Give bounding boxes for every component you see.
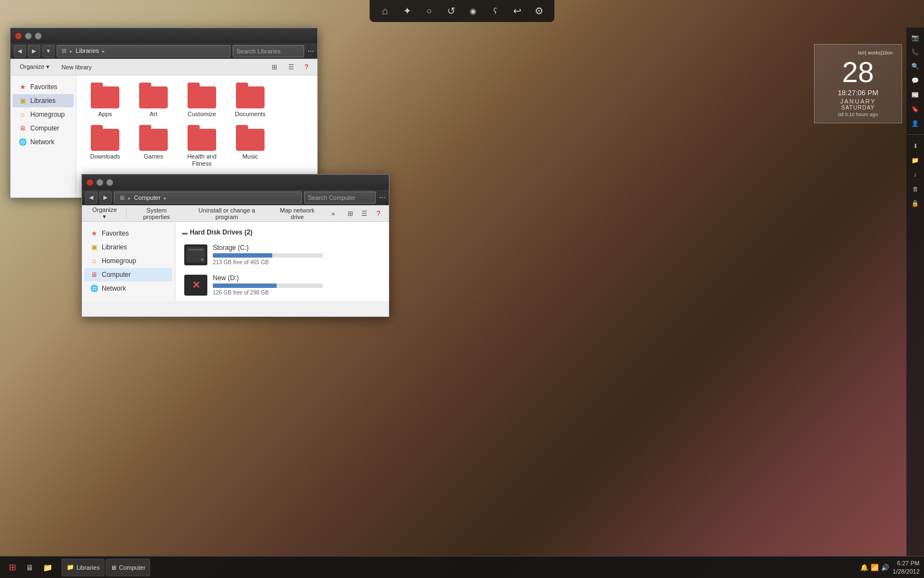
taskbar-show-desktop-btn[interactable]: 🖥 (22, 560, 37, 575)
libraries-up-btn[interactable]: ▼ (42, 45, 54, 57)
dock-script-icon[interactable]: ↩ (508, 2, 526, 20)
sidebar-folder-icon[interactable]: 📁 (910, 155, 921, 166)
drive-d-bar (213, 283, 323, 288)
computer-forward-btn[interactable]: ▶ (100, 192, 112, 204)
comp-libraries-icon: ▣ (90, 243, 98, 252)
libraries-min-btn[interactable] (25, 32, 32, 40)
dock-refresh-icon[interactable]: ↺ (442, 2, 460, 20)
computer-max-btn[interactable] (106, 179, 113, 186)
taskbar-left: ⊞ 🖥 📁 (0, 560, 59, 575)
folder-item[interactable]: Health and Fitness (180, 124, 224, 170)
dock-opera-icon[interactable]: ○ (420, 2, 438, 20)
computer-close-btn[interactable] (86, 179, 94, 186)
taskbar-time: 6:27 PM (893, 559, 920, 567)
drive-d-item[interactable]: ✕ New (D:) 126 GB free of 298 GB (182, 271, 382, 299)
folder-icon (91, 84, 119, 108)
clock-day: SATURDAY (823, 105, 893, 111)
taskbar-app-computer[interactable]: 🖥 Computer (106, 559, 150, 576)
sidebar-user-icon[interactable]: 👤 (910, 118, 921, 129)
comp-favorites-icon: ★ (90, 229, 98, 238)
computer-more-btn[interactable]: » (327, 209, 340, 219)
computer-help-btn[interactable]: ? (372, 207, 384, 220)
taskbar-notify-icon[interactable]: 🔔 (860, 564, 868, 571)
libraries-help-btn[interactable]: ? (300, 61, 313, 74)
libraries-path[interactable]: ⊞ ▸ Libraries ▸ (57, 45, 230, 57)
dock-home-icon[interactable]: ⌂ (376, 2, 394, 20)
nav-favorites[interactable]: ★ Favorites (13, 80, 74, 94)
nav-computer[interactable]: 🖥 Computer (13, 122, 74, 135)
taskbar-app-libraries[interactable]: 📁 Libraries (62, 559, 105, 576)
folder-shape (188, 86, 216, 108)
libraries-new-library-btn[interactable]: New library (57, 62, 97, 72)
hard-drives-title: Hard Disk Drives (2) (190, 228, 252, 236)
sidebar-camera-icon[interactable]: 📷 (910, 32, 921, 43)
libraries-view-list-btn[interactable]: ☰ (284, 61, 298, 74)
computer-options-btn[interactable]: ⋯ (379, 194, 386, 201)
folder-item[interactable]: Customize (180, 82, 224, 120)
libraries-max-btn[interactable] (35, 32, 42, 40)
libraries-navbar: ◀ ▶ ▼ ⊞ ▸ Libraries ▸ Search Libraries ⋯ (10, 43, 317, 59)
libraries-forward-btn[interactable]: ▶ (28, 45, 40, 57)
folder-icon (139, 84, 168, 108)
dock-aurora-icon[interactable]: ✦ (398, 2, 416, 20)
comp-nav-homegroup[interactable]: ⌂ Homegroup (84, 254, 173, 268)
computer-search-box[interactable]: Search Computer (304, 192, 376, 204)
folder-item[interactable]: Downloads (83, 124, 127, 170)
taskbar-app-lib-label: Libraries (76, 564, 100, 571)
sidebar-phone-icon[interactable]: 📞 (910, 46, 921, 57)
sidebar-music-icon[interactable]: ♪ (910, 169, 921, 180)
folder-label: Games (144, 153, 163, 160)
libraries-close-btn[interactable] (15, 32, 22, 40)
computer-min-btn[interactable] (96, 179, 103, 186)
taskbar-volume-icon[interactable]: 🔊 (881, 564, 889, 571)
libraries-view-grid-btn[interactable]: ⊞ (268, 61, 281, 74)
dock-firefox-icon[interactable]: ◉ (464, 2, 482, 20)
folder-item[interactable]: Music (228, 124, 272, 170)
folder-shape (188, 129, 216, 151)
taskbar-folder-btn[interactable]: 📁 (40, 560, 55, 575)
computer-titlebar (82, 175, 389, 190)
comp-nav-network[interactable]: 🌐 Network (84, 282, 173, 295)
computer-path[interactable]: 🖥 ▸ Computer ▸ (114, 192, 302, 204)
folder-item[interactable]: Documents (228, 82, 272, 120)
libraries-options-btn[interactable]: ⋯ (307, 47, 314, 55)
sidebar-chat-icon[interactable]: 💬 (910, 75, 921, 86)
libraries-back-btn[interactable]: ◀ (14, 45, 26, 57)
comp-nav-network-label: Network (102, 285, 126, 292)
comp-nav-computer[interactable]: 🖥 Computer (84, 268, 172, 281)
dock-headphones-icon[interactable]: ʕ (486, 2, 504, 20)
dock-tools-icon[interactable]: ⚙ (530, 2, 548, 20)
nav-libraries[interactable]: ▣ Libraries (13, 94, 74, 107)
drive-c-space: 213 GB free of 465 GB (213, 259, 380, 265)
libraries-search-box[interactable]: Search Libraries (233, 45, 304, 57)
taskbar-network-icon[interactable]: 📶 (871, 564, 879, 571)
computer-organize-btn[interactable]: Organize ▾ (86, 205, 123, 222)
sidebar-lock-icon[interactable]: 🔒 (910, 198, 921, 209)
favorites-icon: ★ (18, 83, 27, 91)
comp-nav-favorites[interactable]: ★ Favorites (84, 227, 173, 240)
folder-item[interactable]: Art (131, 82, 175, 120)
computer-view-btn[interactable]: ⊞ (344, 207, 356, 220)
taskbar-start-btn[interactable]: ⊞ (4, 560, 20, 575)
sidebar-news-icon[interactable]: 📰 (910, 89, 921, 100)
nav-network[interactable]: 🌐 Network (13, 135, 74, 149)
nav-favorites-label: Favorites (30, 83, 57, 91)
folder-item[interactable]: Games (131, 124, 175, 170)
hard-drives-toggle[interactable]: ▬ (182, 230, 188, 236)
comp-nav-libraries[interactable]: ▣ Libraries (84, 241, 173, 254)
taskbar-clock[interactable]: 6:27 PM 1/28/2012 (893, 559, 920, 575)
computer-system-props-btn[interactable]: System properties (130, 205, 183, 222)
computer-uninstall-btn[interactable]: Uninstall or change a program (185, 205, 268, 222)
folder-item[interactable]: Apps (83, 82, 127, 120)
drive-c-item[interactable]: Storage (C:) 213 GB free of 465 GB (182, 241, 382, 269)
sidebar-bookmark-icon[interactable]: 🔖 (910, 103, 921, 114)
libraries-organize-btn[interactable]: Organize ▾ (15, 62, 54, 72)
computer-layout-btn[interactable]: ☰ (359, 207, 371, 220)
sidebar-download-icon[interactable]: ⬇ (910, 140, 921, 151)
computer-back-btn[interactable]: ◀ (85, 192, 97, 204)
nav-homegroup[interactable]: ⌂ Homegroup (13, 108, 74, 121)
folder-label: Downloads (90, 153, 120, 160)
computer-map-network-btn[interactable]: Map network drive (270, 205, 324, 222)
sidebar-trash-icon[interactable]: 🗑 (910, 183, 921, 194)
sidebar-search-icon[interactable]: 🔍 (910, 61, 921, 72)
